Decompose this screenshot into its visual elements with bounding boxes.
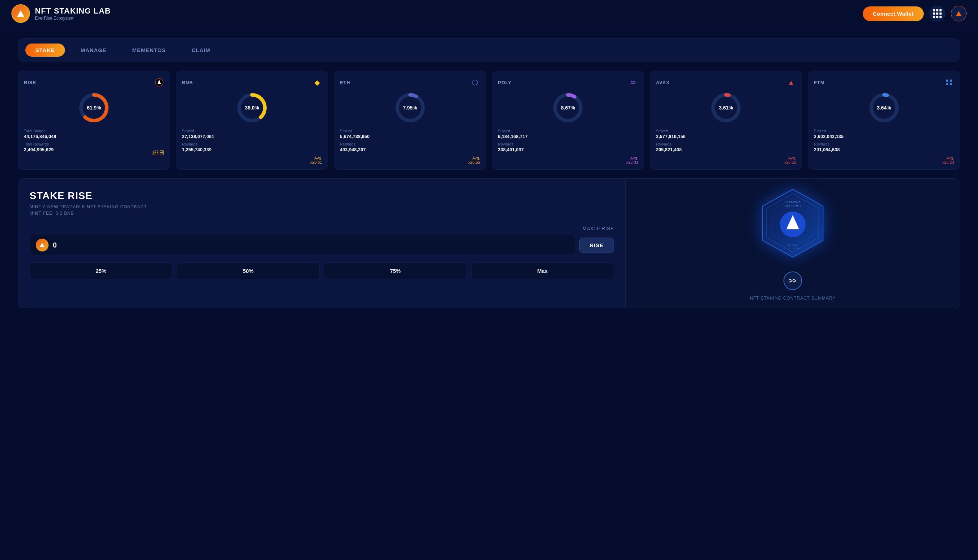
rise-logo-arrow-icon bbox=[40, 243, 45, 247]
avax-staked-value: 2,577,819,156 bbox=[656, 134, 685, 139]
pct-max-button[interactable]: Max bbox=[471, 263, 614, 279]
ftm-donut-wrap: 3.64% bbox=[814, 92, 954, 124]
stake-title: STAKE RISE bbox=[30, 190, 614, 202]
poly-rewards-label: Rewards bbox=[498, 142, 528, 146]
rise-rewards-label: Total Rewards bbox=[24, 142, 56, 146]
avax-pct-label: 3.61% bbox=[719, 105, 733, 110]
expand-arrow-button[interactable]: >> bbox=[784, 272, 802, 290]
rise-pct-label: 61.9% bbox=[87, 105, 101, 110]
rise-coin-label: RISE bbox=[24, 80, 36, 85]
tab-manage[interactable]: MANAGE bbox=[71, 43, 117, 57]
ftm-card-bottom: Staked 2,602,042,135 Rewards 201,084,638 bbox=[814, 129, 954, 155]
stat-card-ftm: FTM 3.64% Sta bbox=[808, 71, 960, 170]
eth-staked-label: Staked bbox=[340, 129, 369, 133]
poly-pct-label: 8.67% bbox=[561, 105, 575, 110]
poly-coin-icon: ∞ bbox=[628, 77, 638, 87]
svg-text:CREATURE: CREATURE bbox=[784, 204, 802, 207]
poly-card-bottom: Staked 6,184,168,717 Rewards 338,401,037 bbox=[498, 129, 638, 155]
rise-staked-label: Total Staked bbox=[24, 129, 56, 133]
eth-pct-label: 7.95% bbox=[403, 105, 417, 110]
header-left: NFT STAKING LAB EverRise Ecosystem bbox=[12, 4, 111, 23]
rise-staked-value: 44,176,846,048 bbox=[24, 134, 56, 139]
avax-coin-label: AVAX bbox=[656, 80, 670, 85]
pct-50-button[interactable]: 50% bbox=[177, 263, 319, 279]
ftm-coin-icon bbox=[944, 77, 954, 87]
tab-mementos[interactable]: MEMENTOS bbox=[122, 43, 176, 57]
eth-card-bottom: Staked 5,674,738,950 Rewards 493,948,207 bbox=[340, 129, 480, 155]
avax-staked-label: Staked bbox=[656, 129, 685, 133]
rise-coin-icon bbox=[154, 77, 164, 87]
tab-stake[interactable]: STAKE bbox=[25, 43, 65, 57]
bnb-coin-icon: ◆ bbox=[312, 77, 322, 87]
ftm-avg-val: Avg.x26.23 bbox=[814, 156, 954, 165]
bnb-staked-label: Staked bbox=[182, 129, 214, 133]
grid-menu-button[interactable] bbox=[930, 6, 945, 22]
svg-rect-12 bbox=[946, 80, 948, 82]
rise-card-bottom: Total Staked 44,176,846,048 Total Reward… bbox=[24, 129, 164, 155]
stats-row: RISE 61.9% Total Staked 44,17 bbox=[18, 71, 960, 170]
bnb-rewards-value: 1,255,740,339 bbox=[182, 147, 214, 152]
bnb-coin-label: BNB bbox=[182, 80, 193, 85]
stat-card-eth-header: ETH ⬡ bbox=[340, 77, 480, 87]
avax-donut-wrap: 3.61% bbox=[656, 92, 796, 124]
ftm-pct-label: 3.64% bbox=[877, 105, 891, 110]
header-right: Connect Wallet bbox=[863, 6, 966, 22]
grid-dots-icon bbox=[933, 9, 941, 18]
nft-hexagon-svg: ELEMENT CREATURE 0 RISE SELECT MONTH bbox=[757, 186, 828, 264]
avax-coin-icon: ▲ bbox=[786, 77, 796, 87]
stake-subtitle: MINT A NEW TRADABLE NFT STAKING CONTRACT bbox=[30, 204, 614, 209]
tabs-bar: STAKE MANAGE MEMENTOS CLAIM bbox=[18, 38, 960, 62]
eth-avg-val: Avg.x26.55 bbox=[340, 156, 480, 165]
pct-75-button[interactable]: 75% bbox=[324, 263, 466, 279]
nft-contract-label: NFT STAKING CONTRACT SUMMARY bbox=[750, 296, 836, 301]
stat-card-poly-header: POLY ∞ bbox=[498, 77, 638, 87]
main-content: STAKE MANAGE MEMENTOS CLAIM RISE bbox=[0, 27, 978, 319]
header-title-block: NFT STAKING LAB EverRise Ecosystem bbox=[35, 7, 111, 21]
ftm-staked-label: Staked bbox=[814, 129, 843, 133]
bnb-avg-val: Avg.x20.61 bbox=[182, 156, 322, 165]
nft-preview: ELEMENT CREATURE 0 RISE SELECT MONTH >> … bbox=[626, 179, 960, 308]
bottom-section: STAKE RISE MINT A NEW TRADABLE NFT STAKI… bbox=[18, 178, 960, 308]
everrise-icon-button[interactable] bbox=[951, 6, 966, 22]
app-subtitle: EverRise Ecosystem bbox=[35, 16, 111, 21]
connect-wallet-button[interactable]: Connect Wallet bbox=[863, 7, 924, 21]
stat-card-rise-header: RISE bbox=[24, 77, 164, 87]
stat-card-ftm-header: FTM bbox=[814, 77, 954, 87]
app-title: NFT STAKING LAB bbox=[35, 7, 111, 16]
stat-card-poly: POLY ∞ 8.67% Staked 6,184,168,717 Reward… bbox=[492, 71, 644, 170]
ftm-rewards-value: 201,084,638 bbox=[814, 147, 843, 152]
stake-form: STAKE RISE MINT A NEW TRADABLE NFT STAKI… bbox=[18, 179, 626, 308]
arrow-icon: >> bbox=[789, 277, 796, 285]
svg-rect-13 bbox=[950, 80, 952, 82]
bnb-donut-wrap: 38.0% bbox=[182, 92, 322, 124]
svg-rect-14 bbox=[946, 83, 948, 85]
rise-logo-small bbox=[36, 238, 48, 252]
rise-rewards-value: 2,494,995,629 bbox=[24, 147, 56, 152]
poly-rewards-value: 338,401,037 bbox=[498, 147, 528, 152]
poly-donut-wrap: 8.67% bbox=[498, 92, 638, 124]
stat-card-bnb-header: BNB ◆ bbox=[182, 77, 322, 87]
ftm-staked-value: 2,602,042,135 bbox=[814, 134, 843, 139]
percent-row: 25% 50% 75% Max bbox=[30, 263, 614, 279]
logo-icon bbox=[12, 4, 30, 23]
bnb-card-bottom: Staked 27,138,077,091 Rewards 1,255,740,… bbox=[182, 129, 322, 155]
pct-25-button[interactable]: 25% bbox=[30, 263, 172, 279]
max-label: MAX: 0 RISE bbox=[30, 226, 614, 231]
ftm-coin-label: FTM bbox=[814, 80, 824, 85]
svg-text:ELEMENT: ELEMENT bbox=[785, 200, 801, 204]
avax-card-bottom: Staked 2,577,819,156 Rewards 205,821,408 bbox=[656, 129, 796, 155]
eth-coin-icon: ⬡ bbox=[470, 77, 480, 87]
nft-hex: ELEMENT CREATURE 0 RISE SELECT MONTH bbox=[757, 186, 828, 266]
currency-button[interactable]: RISE bbox=[579, 238, 614, 253]
avax-avg-val: Avg.x26.25 bbox=[656, 156, 796, 165]
stat-card-bnb: BNB ◆ 38.0% Staked 27,138,077,091 Reward… bbox=[176, 71, 328, 170]
amount-input-box[interactable]: 0 bbox=[30, 235, 575, 255]
poly-coin-label: POLY bbox=[498, 80, 512, 85]
bnb-rewards-label: Rewards bbox=[182, 142, 214, 146]
tab-claim[interactable]: CLAIM bbox=[182, 43, 221, 57]
stat-card-avax: AVAX ▲ 3.61% Staked 2,577,819,156 Reward… bbox=[650, 71, 802, 170]
eth-rewards-value: 493,948,207 bbox=[340, 147, 369, 152]
poly-staked-label: Staked bbox=[498, 129, 528, 133]
header: NFT STAKING LAB EverRise Ecosystem Conne… bbox=[0, 0, 978, 27]
eth-staked-value: 5,674,738,950 bbox=[340, 134, 369, 139]
